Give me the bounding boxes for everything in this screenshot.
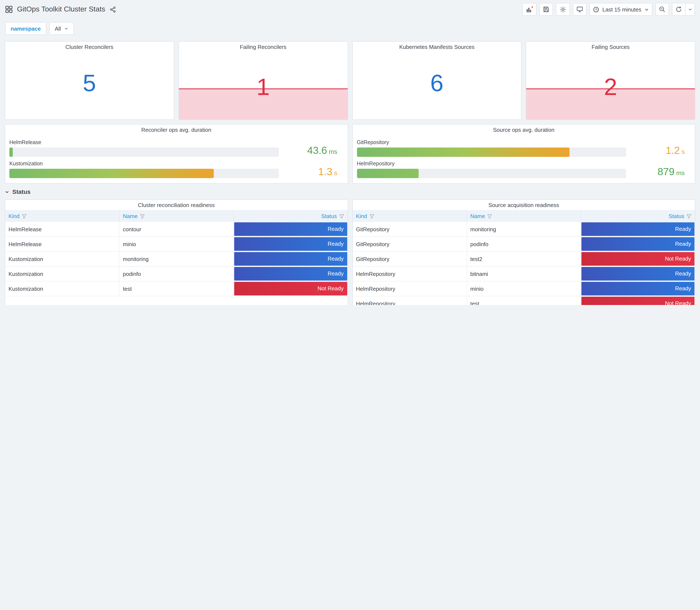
page-title: GitOps Toolkit Cluster Stats xyxy=(17,5,105,14)
gauge-label: GitRepository xyxy=(357,140,626,145)
table-row: GitRepositorypodinfoReady xyxy=(353,237,695,252)
chevron-down-icon xyxy=(64,26,69,31)
time-range-picker[interactable]: Last 15 minutes xyxy=(589,3,652,16)
cell-name: test2 xyxy=(467,252,581,266)
cell-name: monitoring xyxy=(119,252,233,266)
dashboard-settings-button[interactable] xyxy=(556,3,570,16)
filter-icon[interactable] xyxy=(137,213,145,219)
table-row: HelmReleaseminioReady xyxy=(5,237,347,252)
bar-gauge: HelmRepository 879ms xyxy=(357,161,691,178)
panel-source-acquisition-readiness: Source acquisition readiness KindNameSta… xyxy=(352,199,695,305)
cell-kind: HelmRelease xyxy=(5,222,119,237)
cell-kind: Kustomization xyxy=(5,281,119,296)
panel-title[interactable]: Cluster reconciliation readiness xyxy=(5,200,347,210)
table-row: KustomizationtestNot Ready xyxy=(5,281,347,296)
stat-value: 1 xyxy=(179,73,348,100)
gauge-value: 879ms xyxy=(626,167,691,178)
share-icon[interactable] xyxy=(110,6,116,13)
gauge-track xyxy=(9,169,279,178)
refresh-button[interactable] xyxy=(672,3,685,15)
gauge-fill xyxy=(9,147,13,157)
panel-kubernetes-manifests-sources: Kubernetes Manifests Sources 6 xyxy=(352,41,522,120)
filter-icon[interactable] xyxy=(19,213,27,219)
panel-reconciler-ops-duration: Reconciler ops avg. duration HelmRelease… xyxy=(5,124,348,183)
panel-title[interactable]: Source acquisition readiness xyxy=(353,200,695,210)
status-badge: Ready xyxy=(234,237,347,251)
column-header-status[interactable]: Status xyxy=(233,210,347,222)
row-header-status[interactable]: Status xyxy=(5,186,695,197)
add-panel-button[interactable] xyxy=(522,3,536,16)
variable-value-dropdown[interactable]: All xyxy=(49,22,74,35)
cell-kind: Kustomization xyxy=(5,252,119,266)
table-row: KustomizationpodinfoReady xyxy=(5,266,347,281)
cell-name: minio xyxy=(119,237,233,252)
bar-gauge: GitRepository 1.2s xyxy=(357,140,691,157)
cycle-view-mode-button[interactable] xyxy=(573,3,587,16)
table-row: HelmRepositorytestNot Ready xyxy=(353,296,695,305)
section-title: Status xyxy=(12,188,31,195)
filter-icon[interactable] xyxy=(367,213,374,219)
panel-source-ops-duration: Source ops avg. duration GitRepository 1… xyxy=(352,124,695,183)
panel-title[interactable]: Cluster Reconcilers xyxy=(5,42,174,52)
stats-row: Cluster Reconcilers 5 Failing Reconciler… xyxy=(5,41,695,120)
save-dashboard-button[interactable] xyxy=(539,3,553,16)
gauge-label: Kustomization xyxy=(9,161,279,167)
readiness-table: KindNameStatusHelmReleasecontourReadyHel… xyxy=(5,210,347,296)
cell-name: test xyxy=(467,296,581,305)
panel-title[interactable]: Kubernetes Manifests Sources xyxy=(353,42,521,52)
filter-icon[interactable] xyxy=(337,213,344,219)
column-header-kind[interactable]: Kind xyxy=(353,210,467,222)
column-header-kind[interactable]: Kind xyxy=(5,210,119,222)
tables-row: Cluster reconciliation readiness KindNam… xyxy=(5,199,695,305)
chevron-down-icon xyxy=(644,7,649,12)
cell-name: bitnami xyxy=(467,266,581,281)
panel-title[interactable]: Source ops avg. duration xyxy=(353,125,695,135)
cell-kind: GitRepository xyxy=(353,237,467,252)
time-range-label: Last 15 minutes xyxy=(602,6,641,13)
cell-kind: HelmRepository xyxy=(353,266,467,281)
dashboard-toolbar: Last 15 minutes xyxy=(522,3,695,16)
table-row: HelmRepositoryminioReady xyxy=(353,281,695,296)
cell-kind: HelmRepository xyxy=(353,281,467,296)
gauge-value: 1.2s xyxy=(626,145,691,157)
cell-name: test xyxy=(119,281,233,296)
gauge-value: 1.3s xyxy=(279,167,343,178)
refresh-interval-dropdown[interactable] xyxy=(685,3,695,15)
filter-icon[interactable] xyxy=(684,213,691,219)
dashboard-header: GitOps Toolkit Cluster Stats xyxy=(0,0,700,19)
apps-grid-icon[interactable] xyxy=(5,5,13,13)
column-header-name[interactable]: Name xyxy=(119,210,233,222)
gauge-track xyxy=(9,147,279,157)
chevron-down-icon xyxy=(5,189,9,194)
zoom-out-button[interactable] xyxy=(655,3,669,16)
cell-kind: HelmRepository xyxy=(353,296,467,305)
stat-value: 6 xyxy=(353,69,521,97)
status-badge: Ready xyxy=(582,222,695,236)
cell-name: contour xyxy=(119,222,233,237)
gauge-track xyxy=(357,147,626,157)
variable-value: All xyxy=(55,25,61,32)
column-header-name[interactable]: Name xyxy=(467,210,581,222)
filter-icon[interactable] xyxy=(485,213,492,219)
status-badge: Ready xyxy=(234,267,347,280)
gauge-fill xyxy=(9,169,214,178)
table-row: HelmReleasecontourReady xyxy=(5,222,347,237)
cell-name: minio xyxy=(467,281,581,296)
panel-title[interactable]: Failing Sources xyxy=(526,42,695,52)
panel-title[interactable]: Reconciler ops avg. duration xyxy=(5,125,347,135)
column-header-status[interactable]: Status xyxy=(581,210,695,222)
variable-label-namespace: namespace xyxy=(5,22,46,35)
template-variables-row: namespace All xyxy=(0,19,700,35)
panel-title[interactable]: Failing Reconcilers xyxy=(179,42,348,52)
table-row: GitRepositorymonitoringReady xyxy=(353,222,695,237)
status-badge: Not Ready xyxy=(234,282,347,295)
readiness-table: KindNameStatusGitRepositorymonitoringRea… xyxy=(353,210,695,305)
status-badge: Not Ready xyxy=(582,252,695,266)
panel-failing-reconcilers: Failing Reconcilers 1 xyxy=(179,41,348,120)
cell-kind: HelmRelease xyxy=(5,237,119,252)
grafana-dashboard: GitOps Toolkit Cluster Stats xyxy=(0,0,700,305)
gauge-fill xyxy=(357,169,419,178)
cell-kind: GitRepository xyxy=(353,222,467,237)
stat-value: 5 xyxy=(5,69,174,97)
status-badge: Ready xyxy=(582,267,695,280)
